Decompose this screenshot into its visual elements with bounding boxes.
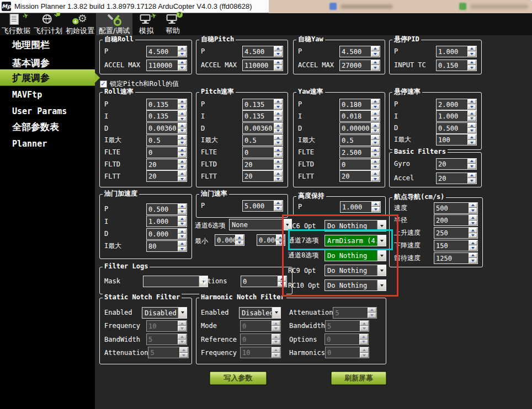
stab-roll-p-spinner[interactable]: 4.500 (146, 46, 187, 57)
write-params-button[interactable]: 写入参数 (210, 372, 267, 385)
loiter-rate-d-spinner[interactable]: 0.500 (436, 122, 477, 134)
ch6-max-spinner[interactable]: 0.000 (257, 234, 285, 246)
tab-help[interactable]: ? 帮助 (160, 13, 185, 35)
group-loiter-rate: 悬停速率 P2.000 I1.000 D0.500 I最大100 (389, 92, 482, 150)
sidebar-item-user-params[interactable]: User Params (12, 106, 67, 116)
tab-initial-setup[interactable]: ⚙⚙+ 初始设置 (64, 13, 96, 35)
sidebar-item-full-params[interactable]: 全部参数表 (12, 121, 59, 133)
rate-pitch-i-spinner[interactable]: 0.135 (242, 110, 283, 122)
options-label: Options (199, 277, 227, 285)
loiter-pid-input-tc-spinner[interactable]: 0.150 (436, 60, 477, 71)
sidebar-item-geofence[interactable]: 地理围栏 (12, 39, 50, 51)
stab-pitch-accel-max-spinner[interactable]: 110000 (242, 60, 283, 71)
ch8-option-dropdown[interactable]: Do Nothing (324, 250, 386, 261)
rc9-option-dropdown[interactable]: Do Nothing (324, 265, 386, 276)
throttle-accel-imax-spinner[interactable]: 80 (146, 240, 187, 252)
sidebar-item-extended-tuning[interactable]: 扩展调参 (0, 69, 95, 86)
dropdown-arrow-icon[interactable] (377, 265, 386, 276)
sidebar-item-planner[interactable]: Planner (12, 139, 47, 149)
rate-yaw-flte-spinner[interactable]: 2.500 (339, 147, 380, 158)
alt-hold-p-spinner[interactable]: 1.000 (340, 201, 381, 213)
wp-descent-speed-spinner[interactable]: 150 (434, 240, 478, 251)
wp-loiter-speed-spinner[interactable]: 1250 (434, 252, 478, 264)
sidebar-item-mavftp[interactable]: MAVFtp (12, 90, 42, 100)
group-rate-roll: Roll速率 P0.135 I0.135 D0.00360 I最大0.5 FLT… (99, 92, 192, 187)
group-static-notch-filter: Static Notch Filter Enabled Disabled Fre… (99, 298, 192, 364)
sidebar-nav: 地理围栏 基本调参 扩展调参 MAVFtp User Params 全部参数表 … (0, 35, 95, 409)
tab-config-tuning[interactable]: 配置/调试 (96, 13, 132, 35)
group-title: 油门加速度 (103, 190, 139, 197)
rate-roll-flte-spinner[interactable]: 0 (146, 147, 187, 158)
rate-pitch-d-spinner[interactable]: 0.00360 (242, 122, 283, 134)
ch6-min-spinner[interactable]: 0.000 (215, 234, 244, 246)
throttle-rate-p-spinner[interactable]: 5.000 (242, 200, 283, 212)
throttle-accel-d-spinner[interactable]: 0.000 (146, 228, 187, 240)
rate-pitch-fltd-spinner[interactable]: 20 (242, 159, 283, 170)
loiter-rate-imax-spinner[interactable]: 100 (436, 134, 477, 146)
rc10-option-dropdown[interactable]: Do Nothing (324, 279, 386, 291)
dropdown-arrow-icon[interactable] (178, 308, 187, 318)
rate-roll-fltt-spinner[interactable]: 20 (146, 170, 187, 182)
rate-yaw-fltt-spinner[interactable]: 20 (339, 170, 380, 182)
group-title: 高度保持 (296, 192, 326, 200)
rate-pitch-imax-spinner[interactable]: 0.5 (242, 134, 283, 146)
rc6-option-row: RC6 Opt Do Nothing (288, 220, 386, 232)
rate-roll-d-spinner[interactable]: 0.00360 (146, 122, 187, 134)
harmonic-notch-enabled-dropdown[interactable]: Disabled (239, 307, 281, 319)
group-harmonic-notch-filter: Harmonic Notch Filter Enabled Disabled M… (196, 298, 386, 364)
stab-roll-accel-max-spinner[interactable]: 110000 (146, 60, 187, 71)
wp-radius-spinner[interactable]: 200 (434, 214, 478, 226)
group-rate-yaw: Yaw速率 P0.180 I0.018 D0.00000 I最大0.5 FLTE… (293, 92, 385, 187)
accel-filter-spinner[interactable]: 20 (436, 173, 477, 184)
group-altitude-hold: 高度保持 P1.000 (293, 196, 386, 216)
refresh-screen-button[interactable]: 刷新屏幕 (331, 372, 386, 385)
throttle-accel-i-spinner[interactable]: 1.000 (146, 216, 187, 227)
group-throttle-rate: 油门速率 P5.000 (196, 194, 288, 218)
rate-yaw-i-spinner[interactable]: 0.018 (339, 110, 380, 122)
rate-roll-fltd-spinner[interactable]: 20 (146, 159, 187, 170)
rc6-option-dropdown[interactable]: Do Nothing (324, 220, 386, 232)
sidebar-item-basic-tuning[interactable]: 基本调参 (12, 57, 50, 69)
ch6-option-dropdown[interactable]: None (229, 219, 292, 230)
stab-yaw-accel-max-spinner[interactable]: 27000 (339, 60, 380, 71)
rate-yaw-p-spinner[interactable]: 0.180 (339, 99, 380, 110)
wp-speed-spinner[interactable]: 500 (434, 202, 478, 214)
tab-flight-data[interactable]: ✈ 飞行数据 (0, 13, 32, 35)
rate-pitch-flte-spinner[interactable]: 0 (242, 147, 283, 158)
dropdown-arrow-icon[interactable] (377, 235, 386, 246)
static-notch-enabled-dropdown[interactable]: Disabled (142, 307, 187, 319)
title-bar: Mp Mission Planner 1.3.82 build 1.3.8979… (0, 0, 532, 13)
harmonic-notch-bandwidth-spinner: 5 (325, 320, 369, 332)
stab-pitch-p-spinner[interactable]: 4.500 (242, 46, 283, 57)
rate-pitch-p-spinner[interactable]: 0.135 (242, 99, 283, 110)
dropdown-arrow-icon[interactable] (272, 308, 280, 318)
tab-flight-plan[interactable]: 飞行计划 (32, 13, 64, 35)
loiter-rate-i-spinner[interactable]: 1.000 (436, 110, 477, 122)
dropdown-arrow-icon[interactable] (377, 220, 386, 231)
tab-simulation[interactable]: ✈ 模拟 (132, 13, 160, 35)
stab-yaw-p-spinner[interactable]: 4.500 (339, 46, 380, 57)
checkbox-checked[interactable] (100, 80, 107, 88)
dropdown-arrow-icon[interactable] (377, 250, 386, 261)
dropdown-arrow-icon[interactable] (377, 280, 386, 290)
rate-pitch-fltt-spinner[interactable]: 20 (242, 170, 283, 182)
loiter-pid-p-spinner[interactable]: 1.000 (436, 46, 477, 57)
wp-climb-speed-spinner[interactable]: 250 (434, 227, 478, 239)
options-spinner[interactable]: 0 (241, 276, 287, 287)
group-title: 悬停PID (392, 36, 421, 43)
mask-label: Mask (104, 277, 120, 285)
gyro-filter-spinner[interactable]: 20 (436, 158, 477, 170)
mask-dropdown[interactable] (143, 276, 208, 287)
ch7-option-row: 通道7选项 ArmDisarm (4.1 (288, 235, 386, 246)
group-stabilize-roll: 自稳Roll P 4.500 ACCEL MAX 110000 (99, 40, 192, 74)
rate-roll-p-spinner[interactable]: 0.135 (146, 99, 187, 110)
loiter-rate-p-spinner[interactable]: 2.000 (436, 99, 477, 110)
rate-roll-imax-spinner[interactable]: 0.5 (146, 134, 187, 146)
ch7-option-dropdown[interactable]: ArmDisarm (4.1 (324, 235, 386, 246)
initial-setup-icon: ⚙⚙+ (64, 13, 96, 26)
rate-yaw-fltd-spinner[interactable]: 0 (339, 159, 380, 170)
rate-roll-i-spinner[interactable]: 0.135 (146, 110, 187, 122)
rate-yaw-d-spinner[interactable]: 0.00000 (339, 122, 380, 134)
rate-yaw-imax-spinner[interactable]: 0.5 (339, 134, 380, 146)
throttle-accel-p-spinner[interactable]: 0.500 (146, 203, 187, 215)
